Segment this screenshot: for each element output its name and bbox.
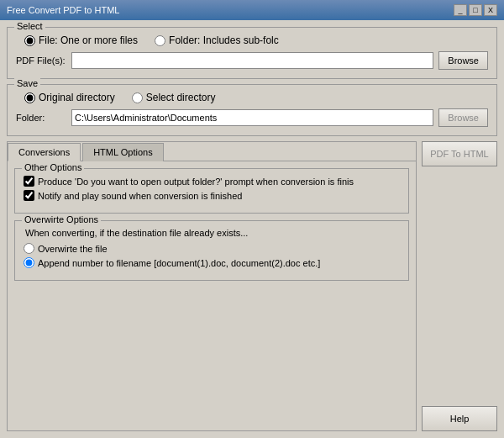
append-number-label: Append number to filename [document(1).d… [38,258,320,268]
select-dir-radio[interactable] [132,92,143,103]
pdf-files-label: PDF File(s): [16,55,66,66]
file-radio-label: File: One or more files [39,34,138,46]
select-dir-label: Select directory [146,92,216,103]
folder-radio[interactable] [155,35,165,46]
overwrite-options-section: Overwirte Options When converting, if th… [14,220,409,281]
select-section-label: Select [14,21,45,31]
original-dir-radio-item[interactable]: Original directory [24,92,115,103]
folder-input[interactable] [71,109,433,126]
original-dir-label: Original directory [39,92,115,103]
folder-radio-label: Folder: Includes sub-folc [169,34,279,46]
help-button[interactable]: Help [422,406,497,431]
checkbox-open-folder[interactable] [24,176,34,187]
folder-row: Folder: Browse [16,108,488,127]
original-dir-radio[interactable] [24,92,35,103]
checkbox-notify-sound[interactable] [24,190,34,201]
tab-html-options[interactable]: HTML Options [82,143,164,161]
overwrite-description: When converting, if the destination file… [24,228,400,238]
save-section: Save Original directory Select directory… [7,84,497,136]
pdf-browse-button[interactable]: Browse [438,51,488,70]
main-window: Select File: One or more files Folder: I… [0,20,504,438]
window-title: Free Convert PDF to HTML [7,5,119,15]
checkbox-notify-sound-label: Notify and play sound when conversion is… [38,191,242,201]
minimize-button[interactable]: _ [454,4,467,16]
folder-label: Folder: [16,113,66,123]
select-section: Select File: One or more files Folder: I… [7,27,497,79]
tabs-area: Conversions HTML Options Other Options P… [7,141,497,431]
overwrite-file-label: Overwirte the file [38,244,108,254]
folder-radio-item[interactable]: Folder: Includes sub-folc [155,34,279,46]
tab-content-conversions: Other Options Produce 'Do you want to op… [8,161,416,430]
convert-button[interactable]: PDF To HTML [422,141,497,166]
close-button[interactable]: X [484,4,497,16]
folder-browse-button[interactable]: Browse [438,108,488,127]
pdf-files-row: PDF File(s): Browse [16,51,488,70]
append-number-radio[interactable] [24,257,34,268]
file-radio-item[interactable]: File: One or more files [24,34,138,46]
overwrite-options-label: Overwirte Options [22,214,101,224]
save-radio-row: Original directory Select directory [16,92,488,103]
tabs-container: Conversions HTML Options Other Options P… [7,141,417,431]
tab-conversions[interactable]: Conversions [8,143,81,161]
checkbox-open-folder-label: Produce 'Do you want to open output fold… [38,177,354,187]
other-options-label: Other Options [22,162,84,172]
overwrite-radio-row-1: Overwirte the file [24,243,400,254]
pdf-files-input[interactable] [71,52,433,69]
right-buttons: PDF To HTML Help [422,141,497,431]
overwrite-radio-row-2: Append number to filename [document(1).d… [24,257,400,268]
tab-header: Conversions HTML Options [8,142,416,161]
window-controls: _ □ X [454,4,497,16]
overwrite-file-radio[interactable] [24,243,34,254]
file-radio[interactable] [24,35,35,46]
checkbox-row-2: Notify and play sound when conversion is… [24,190,400,201]
title-bar: Free Convert PDF to HTML _ □ X [0,0,504,20]
other-options-section: Other Options Produce 'Do you want to op… [14,168,409,214]
checkbox-row-1: Produce 'Do you want to open output fold… [24,176,400,187]
select-radio-row: File: One or more files Folder: Includes… [16,34,488,46]
save-section-label: Save [14,78,40,88]
select-dir-radio-item[interactable]: Select directory [132,92,216,103]
maximize-button[interactable]: □ [469,4,482,16]
